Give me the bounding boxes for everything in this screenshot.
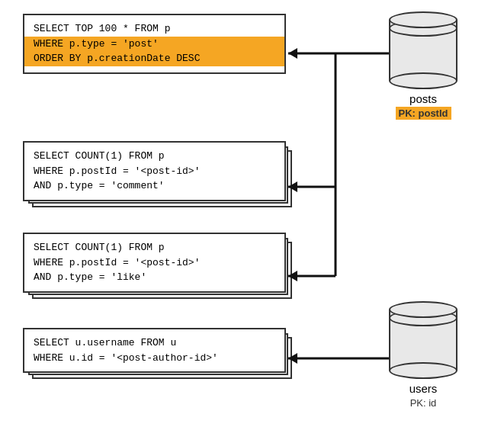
query4-line1: SELECT u.username FROM u	[34, 337, 176, 348]
query2-line2: WHERE p.postId = '<post-id>'	[34, 165, 200, 177]
query-box-4: SELECT u.username FROM u WHERE u.id = '<…	[23, 328, 286, 373]
query3-line1: SELECT COUNT(1) FROM p	[34, 242, 165, 253]
query-box-3: SELECT COUNT(1) FROM p WHERE p.postId = …	[23, 233, 286, 293]
users-db-body	[389, 310, 457, 371]
posts-pk-text: PK: postId	[396, 107, 451, 120]
users-db-label: users	[409, 382, 438, 395]
posts-db-body	[389, 20, 457, 81]
query1-line3: ORDER BY p.creationDate DESC	[24, 51, 284, 66]
posts-db: posts PK: postId	[389, 11, 457, 119]
query3-line2: WHERE p.postId = '<post-id>'	[34, 257, 200, 268]
query2-line1: SELECT COUNT(1) FROM p	[34, 150, 165, 162]
users-pk-text: PK: id	[410, 397, 437, 409]
posts-db-label: posts	[409, 92, 437, 105]
posts-db-top	[389, 11, 457, 28]
svg-marker-4	[288, 181, 297, 192]
query-box-1: SELECT TOP 100 * FROM p WHERE p.type = '…	[23, 14, 286, 74]
diagram: SELECT TOP 100 * FROM p WHERE p.type = '…	[0, 0, 504, 443]
svg-marker-1	[288, 48, 297, 59]
users-db-pk: PK: id	[410, 397, 437, 409]
posts-db-bottom	[389, 72, 457, 89]
query3-line3: AND p.type = 'like'	[34, 271, 146, 283]
query-box-2: SELECT COUNT(1) FROM p WHERE p.postId = …	[23, 141, 286, 201]
users-db-top	[389, 301, 457, 318]
query1-line2: WHERE p.type = 'post'	[24, 37, 284, 52]
posts-db-pk: PK: postId	[396, 108, 451, 119]
users-db-bottom	[389, 362, 457, 379]
svg-marker-7	[288, 271, 297, 281]
users-db: users PK: id	[389, 301, 457, 409]
svg-marker-9	[288, 353, 297, 364]
query4-line2: WHERE u.id = '<post-author-id>'	[34, 352, 218, 364]
query2-line3: AND p.type = 'comment'	[34, 180, 165, 191]
query1-line1: SELECT TOP 100 * FROM p	[34, 23, 170, 34]
